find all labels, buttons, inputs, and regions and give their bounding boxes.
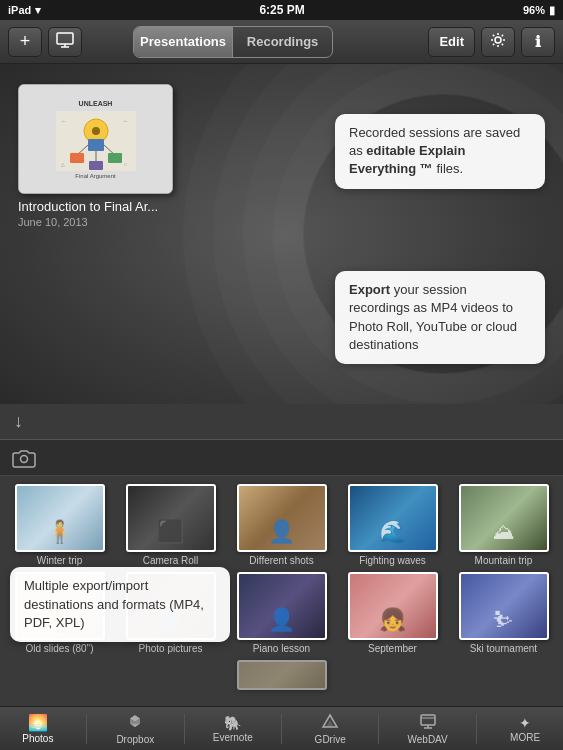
- photo-thumb-mountain: ⛰: [459, 484, 549, 552]
- bubble-recordings-info: Recorded sessions are saved as editable …: [335, 114, 545, 189]
- arrow-down-icon[interactable]: ↓: [14, 411, 23, 432]
- tab-divider: [476, 714, 477, 744]
- piano-figure: 👤: [268, 607, 295, 633]
- gallery-header: [0, 440, 563, 476]
- photo-label: Ski tournament: [470, 643, 537, 654]
- thumb-diagram: ← → △ ○: [56, 111, 136, 171]
- tab-divider: [86, 714, 87, 744]
- thumb-subtitle-text: Final Argument: [75, 173, 115, 179]
- camera-icon: [12, 448, 36, 468]
- gallery-tooltip-text: Multiple export/import destinations and …: [24, 578, 204, 629]
- tab-photos[interactable]: 🌅 Photos: [10, 713, 65, 744]
- svg-rect-11: [108, 153, 122, 163]
- webdav-icon: [419, 713, 437, 733]
- gallery-section: 🧍 Winter trip ⬛ Camera Roll 👤 Different …: [0, 440, 563, 700]
- svg-rect-10: [70, 153, 84, 163]
- ski-figure: ⛷: [493, 607, 515, 633]
- tab-gdrive[interactable]: GDrive: [303, 713, 358, 745]
- photos-label: Photos: [22, 733, 53, 744]
- presentation-card[interactable]: UNLEASH: [18, 84, 173, 228]
- carrier-label: iPad: [8, 4, 31, 16]
- info-button[interactable]: ℹ: [521, 27, 555, 57]
- tab-dropbox[interactable]: Dropbox: [108, 713, 163, 745]
- tab-webdav[interactable]: WebDAV: [400, 713, 455, 745]
- dropbox-label: Dropbox: [116, 734, 154, 745]
- waves-figure: 🌊: [379, 519, 406, 545]
- winter-figure: 🧍: [46, 519, 73, 545]
- list-item[interactable]: ⬛ Camera Roll: [123, 484, 219, 566]
- status-left: iPad ▾: [8, 4, 41, 17]
- photo-label: Photo pictures: [139, 643, 203, 654]
- photo-thumb-waves: 🌊: [348, 484, 438, 552]
- svg-text:△: △: [61, 161, 65, 167]
- list-item[interactable]: 👤 Piano lesson: [234, 572, 330, 654]
- toolbar: + Presentations Recordings Edit: [0, 20, 563, 64]
- time-label: 6:25 PM: [259, 3, 304, 17]
- more-label: MORE: [510, 732, 540, 743]
- svg-text:→: →: [122, 118, 128, 124]
- list-item[interactable]: ⛰ Mountain trip: [456, 484, 552, 566]
- battery-label: 96%: [523, 4, 545, 16]
- bubble2-bold-export: Export: [349, 282, 390, 297]
- bubble-export-info: Export your session recordings as MP4 vi…: [335, 271, 545, 364]
- svg-rect-12: [89, 161, 103, 170]
- more-icon: ✦: [519, 715, 531, 731]
- status-bar: iPad ▾ 6:25 PM 96% ▮: [0, 0, 563, 20]
- wifi-icon: ▾: [35, 4, 41, 17]
- tab-divider: [281, 714, 282, 744]
- gear-icon: [490, 32, 506, 51]
- photo-label: Mountain trip: [475, 555, 533, 566]
- dropbox-icon: [126, 713, 144, 733]
- svg-rect-6: [88, 139, 104, 151]
- photos-icon: 🌅: [28, 713, 48, 732]
- add-button[interactable]: +: [8, 27, 42, 57]
- list-item[interactable]: 🌊 Fighting waves: [345, 484, 441, 566]
- list-item[interactable]: 👧 September: [345, 572, 441, 654]
- list-item[interactable]: [234, 660, 330, 690]
- list-item[interactable]: ⛷ Ski tournament: [456, 572, 552, 654]
- list-item[interactable]: 🧍 Winter trip: [12, 484, 108, 566]
- photo-thumb-winter: 🧍: [15, 484, 105, 552]
- tab-divider: [378, 714, 379, 744]
- svg-point-13: [92, 127, 100, 135]
- present-icon: [56, 32, 74, 51]
- svg-text:○: ○: [124, 161, 127, 167]
- september-figure: 👧: [379, 607, 406, 633]
- photo-row-1: 🧍 Winter trip ⬛ Camera Roll 👤 Different …: [4, 484, 559, 566]
- photo-thumb-september: 👧: [348, 572, 438, 640]
- different-figure: 👤: [268, 519, 295, 545]
- presentation-thumbnail: UNLEASH: [18, 84, 173, 194]
- arrow-down-area[interactable]: ↓: [0, 404, 563, 440]
- present-button[interactable]: [48, 27, 82, 57]
- svg-point-3: [495, 37, 501, 43]
- list-item[interactable]: 👤 Different shots: [234, 484, 330, 566]
- gallery-tooltip: Multiple export/import destinations and …: [10, 567, 230, 642]
- bubble1-text-after: files.: [433, 161, 463, 176]
- photo-label: Different shots: [249, 555, 313, 566]
- photo-label: Winter trip: [37, 555, 83, 566]
- thumb-title-text: UNLEASH: [79, 100, 113, 107]
- webdav-label: WebDAV: [408, 734, 448, 745]
- photo-thumb-partial: [237, 660, 327, 690]
- photo-label: Camera Roll: [143, 555, 199, 566]
- tab-more[interactable]: ✦ MORE: [498, 715, 553, 743]
- info-icon: ℹ: [535, 33, 541, 51]
- tab-divider: [184, 714, 185, 744]
- segment-control: Presentations Recordings: [133, 26, 333, 58]
- presentation-title: Introduction to Final Ar...: [18, 199, 173, 214]
- photo-label: Fighting waves: [359, 555, 426, 566]
- toolbar-right: Edit ℹ: [428, 27, 555, 57]
- tab-recordings[interactable]: Recordings: [233, 27, 332, 57]
- status-right: 96% ▮: [523, 4, 555, 17]
- photo-thumb-camera: ⬛: [126, 484, 216, 552]
- mountain-figure: ⛰: [493, 519, 515, 545]
- edit-button[interactable]: Edit: [428, 27, 475, 57]
- tab-presentations[interactable]: Presentations: [134, 27, 233, 57]
- gdrive-icon: [321, 713, 339, 733]
- svg-rect-0: [57, 33, 73, 44]
- settings-button[interactable]: [481, 27, 515, 57]
- presentation-date: June 10, 2013: [18, 216, 173, 228]
- photo-thumb-different: 👤: [237, 484, 327, 552]
- add-icon: +: [20, 31, 31, 52]
- tab-evernote[interactable]: 🐘 Evernote: [205, 715, 260, 743]
